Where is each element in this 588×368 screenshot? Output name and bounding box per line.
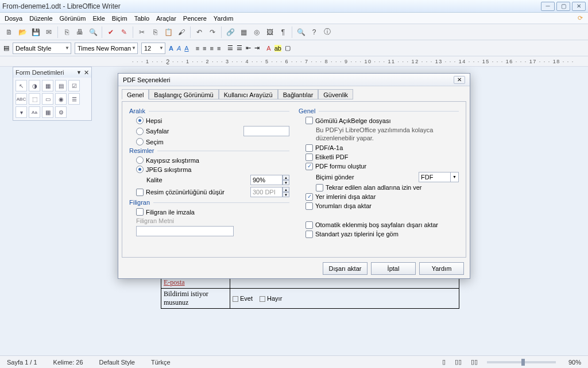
option-button-icon[interactable]: ◉ — [55, 93, 67, 105]
new-doc-icon[interactable]: 🗎 — [3, 26, 15, 38]
help-button[interactable]: Yardım — [419, 262, 464, 275]
preview-icon[interactable]: 🔍 — [87, 26, 99, 38]
save-icon[interactable]: 💾 — [30, 26, 41, 38]
font-color-icon[interactable]: A — [266, 45, 270, 52]
highlight-icon[interactable]: ab — [274, 45, 281, 52]
textbox-icon[interactable]: ABC — [16, 93, 27, 105]
style-combo[interactable]: Default Style▼ — [13, 43, 71, 54]
radio-hepsi[interactable] — [136, 117, 144, 124]
pdf-icon[interactable]: ⎘ — [61, 26, 72, 38]
tab-genel[interactable]: Genel — [122, 89, 149, 99]
brush-icon[interactable]: 🖌 — [176, 26, 187, 38]
nonprint-icon[interactable]: ¶ — [277, 26, 289, 38]
update-icon[interactable]: ⟳ — [578, 14, 586, 22]
check-otomatik[interactable] — [305, 221, 313, 229]
maximize-button[interactable]: ▢ — [556, 2, 570, 11]
checkbox-icon[interactable] — [233, 296, 238, 302]
dialog-close-icon[interactable]: ✕ — [454, 76, 465, 84]
table-cell[interactable]: Bildirimi istiyor musunuz — [161, 289, 230, 309]
view-single-icon[interactable]: ▯ — [442, 358, 446, 366]
undo-icon[interactable]: ↶ — [194, 26, 205, 38]
wizard-icon[interactable]: ⚙ — [55, 106, 67, 118]
checkbox-icon[interactable] — [260, 296, 265, 302]
font-combo[interactable]: Times New Roman▼ — [75, 43, 138, 54]
check-filigran[interactable] — [136, 208, 144, 216]
label-icon[interactable]: Aa — [29, 106, 40, 118]
control-prop-icon[interactable]: ▦ — [42, 80, 53, 91]
indent-inc-icon[interactable]: ⇥ — [254, 44, 260, 52]
gallery-icon[interactable]: 🖼 — [264, 26, 276, 38]
styles-icon[interactable]: ▤ — [3, 44, 9, 52]
table-cell[interactable]: Evet Hayır — [230, 289, 459, 309]
view-multi-icon[interactable]: ▯▯ — [455, 358, 462, 366]
check-standart[interactable] — [305, 231, 313, 238]
redo-icon[interactable]: ↷ — [207, 26, 218, 38]
bullets-icon[interactable]: ☰ — [237, 44, 242, 52]
push-button-icon[interactable]: ▭ — [42, 93, 53, 105]
numbering-icon[interactable]: ☰ — [227, 44, 233, 52]
design-mode-icon[interactable]: ◑ — [29, 80, 40, 91]
more-controls-icon[interactable]: ▦ — [42, 106, 53, 118]
menu-yardim[interactable]: Yardım — [211, 14, 236, 23]
italic-icon[interactable]: A — [177, 45, 181, 52]
bg-color-icon[interactable]: ▢ — [285, 44, 291, 52]
underline-icon[interactable]: A — [184, 45, 188, 52]
cut-icon[interactable]: ✂ — [136, 26, 148, 38]
pages-input[interactable] — [243, 126, 289, 136]
menu-ekle[interactable]: Ekle — [90, 14, 107, 23]
check-tekrar[interactable] — [316, 184, 323, 191]
combobox-icon[interactable]: ▾ — [16, 106, 27, 118]
menu-pencere[interactable]: Pencere — [181, 14, 209, 23]
radio-jpeg[interactable] — [136, 166, 144, 173]
find-icon[interactable]: 🔍 — [295, 26, 307, 38]
email-icon[interactable]: ✉ — [43, 26, 55, 38]
cancel-button[interactable]: İptal — [371, 262, 416, 275]
align-center-icon[interactable]: ≡ — [203, 45, 206, 52]
check-cozunurluk[interactable] — [136, 189, 144, 196]
check-yerim[interactable] — [305, 193, 313, 201]
check-form[interactable] — [305, 163, 313, 170]
indent-dec-icon[interactable]: ⇤ — [246, 44, 251, 52]
align-right-icon[interactable]: ≡ — [210, 45, 213, 52]
check-gomulu[interactable] — [305, 117, 313, 124]
check-etiketli[interactable] — [305, 154, 313, 161]
check-yorum[interactable] — [305, 202, 313, 210]
size-combo[interactable]: 12▼ — [141, 43, 165, 54]
radio-sayfalar[interactable] — [136, 128, 144, 135]
help-icon[interactable]: ? — [308, 26, 320, 38]
spell-icon[interactable]: ✔ — [105, 26, 117, 38]
form-prop-icon[interactable]: ▤ — [55, 80, 67, 91]
menu-duzenle[interactable]: Düzenle — [27, 14, 55, 23]
open-icon[interactable]: 📂 — [17, 26, 28, 38]
link-icon[interactable]: 🔗 — [225, 26, 236, 38]
menu-gorunum[interactable]: Görünüm — [57, 14, 88, 23]
listbox-icon[interactable]: ☰ — [68, 93, 80, 105]
menu-araclar[interactable]: Araçlar — [154, 14, 179, 23]
dpi-spinner[interactable]: 300 DPI▲▼ — [250, 187, 289, 197]
bold-icon[interactable]: A — [169, 45, 173, 52]
zoom-slider[interactable] — [487, 361, 556, 363]
close-button[interactable]: ✕ — [572, 2, 586, 11]
nav-icon[interactable]: ◎ — [251, 26, 262, 38]
table-icon[interactable]: ▦ — [238, 26, 249, 38]
tab-guvenlik[interactable]: Güvenlik — [318, 89, 353, 99]
copy-icon[interactable]: ⎘ — [149, 26, 161, 38]
watermark-input[interactable] — [136, 226, 234, 236]
view-book-icon[interactable]: ▯▯ — [471, 358, 478, 366]
check-pdfa[interactable] — [305, 144, 313, 152]
panel-dropdown-icon[interactable]: ▼ — [76, 70, 82, 75]
whatsthis-icon[interactable]: ⓘ — [322, 26, 333, 38]
export-button[interactable]: Dışarı aktar — [323, 262, 368, 275]
tab-arayuz[interactable]: Kullanıcı Arayüzü — [219, 89, 278, 99]
format-field-icon[interactable]: ⬚ — [29, 93, 40, 105]
panel-close-icon[interactable]: ✕ — [84, 69, 89, 76]
autospell-icon[interactable]: ✎ — [118, 26, 130, 38]
radio-secim[interactable] — [136, 138, 144, 145]
radio-kayipsiz[interactable] — [136, 156, 144, 164]
tab-baglantilar[interactable]: Bağlantılar — [278, 89, 319, 99]
select-tool-icon[interactable]: ↖ — [16, 80, 27, 91]
print-icon[interactable]: 🖶 — [74, 26, 86, 38]
align-left-icon[interactable]: ≡ — [196, 45, 199, 52]
align-justify-icon[interactable]: ≡ — [217, 45, 220, 52]
menu-tablo[interactable]: Tablo — [132, 14, 152, 23]
